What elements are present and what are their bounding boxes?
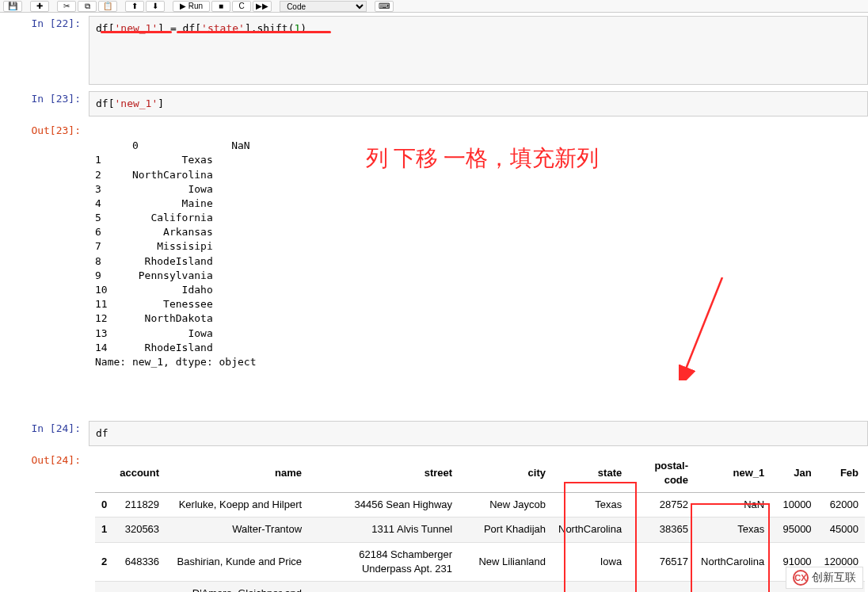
restart-button[interactable]: C: [232, 1, 251, 12]
table-cell: Bashirian, Kunde and Price: [166, 542, 308, 581]
table-cell: 76517: [628, 542, 695, 581]
output-prompt: Out[23]:: [0, 123, 89, 414]
copy-button[interactable]: ⧉: [78, 1, 97, 12]
code-cell-23[interactable]: In [23]: df['new_1']: [0, 88, 868, 120]
table-cell: 1311 Alvis Tunnel: [308, 518, 459, 542]
col-jan: Jan: [771, 454, 817, 493]
dataframe-table: account name street city state postal-co…: [95, 454, 865, 592]
table-cell: 3: [95, 582, 113, 593]
annotation-underline: [101, 31, 172, 33]
table-cell: NorthCarolina: [552, 518, 628, 542]
svg-line-1: [685, 277, 722, 371]
command-palette-button[interactable]: ⌨: [375, 1, 394, 12]
col-street: street: [308, 454, 459, 493]
interrupt-button[interactable]: ■: [211, 1, 230, 12]
notebook: In [22]: df['new_1'] = df['state'].shift…: [0, 13, 868, 592]
table-cell: Port Khadijah: [459, 518, 552, 542]
table-cell: Texas: [552, 493, 628, 518]
cell-type-select[interactable]: Code: [280, 1, 367, 12]
code-input[interactable]: df: [89, 421, 868, 446]
col-postal: postal-code: [628, 454, 695, 493]
table-cell: 28752: [628, 493, 695, 518]
table-row: 3109996D'Amore, Gleichner and Bode155 Fa…: [95, 582, 865, 593]
table-cell: 45000: [818, 518, 865, 542]
table-cell: 320563: [113, 518, 166, 542]
table-cell: 62000: [818, 493, 865, 518]
code-input[interactable]: df['new_1']: [89, 91, 868, 116]
table-cell: Iowa: [695, 582, 771, 593]
text-output: 0 NaN 1 Texas 2 NorthCarolina 3 Iowa 4 M…: [89, 123, 868, 414]
table-cell: 0: [95, 493, 113, 518]
col-state: state: [552, 454, 628, 493]
code-input[interactable]: df['new_1'] = df['state'].shift(1): [89, 16, 868, 85]
table-cell: Maine: [552, 582, 628, 593]
table-row: 1320563Walter-Trantow1311 Alvis TunnelPo…: [95, 518, 865, 542]
table-row: 0211829Kerluke, Koepp and Hilpert34456 S…: [95, 493, 865, 518]
annotation-underline: [177, 31, 331, 33]
watermark-text: 创新互联: [812, 571, 856, 585]
input-prompt: In [22]:: [0, 16, 89, 85]
dataframe-output: account name street city state postal-co…: [89, 453, 868, 592]
table-cell: NorthCarolina: [695, 542, 771, 581]
col-new1: new_1: [695, 454, 771, 493]
col-city: city: [459, 454, 552, 493]
output-cell-23: Out[23]: 0 NaN 1 Texas 2 NorthCarolina 3…: [0, 120, 868, 418]
run-button[interactable]: ▶ Run: [173, 1, 210, 12]
table-cell: 46021: [628, 582, 695, 593]
table-cell: Kerluke, Koepp and Hilpert: [166, 493, 308, 518]
table-cell: 38365: [628, 518, 695, 542]
code-cell-22[interactable]: In [22]: df['new_1'] = df['state'].shift…: [0, 13, 868, 88]
save-button[interactable]: 💾: [3, 1, 22, 12]
restart-run-all-button[interactable]: ▶▶: [253, 1, 272, 12]
toolbar: 💾 ✚ ✂ ⧉ 📋 ⬆ ⬇ ▶ Run ■ C ▶▶ Code ⌨: [0, 0, 868, 13]
table-row: 2648336Bashirian, Kunde and Price62184 S…: [95, 542, 865, 581]
table-cell: 34456 Sean Highway: [308, 493, 459, 518]
table-cell: 109996: [113, 582, 166, 593]
table-cell: 62184 Schamberger Underpass Apt. 231: [308, 542, 459, 581]
cut-button[interactable]: ✂: [57, 1, 76, 12]
watermark: CX 创新互联: [786, 567, 863, 589]
table-cell: 211829: [113, 493, 166, 518]
col-account: account: [113, 454, 166, 493]
table-header-row: account name street city state postal-co…: [95, 454, 865, 493]
table-cell: 1: [95, 518, 113, 542]
input-prompt: In [24]:: [0, 421, 89, 446]
table-cell: D'Amore, Gleichner and Bode: [166, 582, 308, 593]
col-name: name: [166, 454, 308, 493]
table-cell: Hyattburgh: [459, 582, 552, 593]
output-prompt: Out[24]:: [0, 453, 89, 592]
table-cell: 2: [95, 542, 113, 581]
annotation-text: 列 下移 一格，填充新列: [366, 143, 603, 174]
code-cell-24[interactable]: In [24]: df: [0, 418, 868, 449]
table-cell: 155 Fadel Crescent Apt. 144: [308, 582, 459, 593]
table-cell: 10000: [771, 493, 817, 518]
add-cell-button[interactable]: ✚: [30, 1, 49, 12]
col-feb: Feb: [818, 454, 865, 493]
table-cell: 648336: [113, 542, 166, 581]
input-prompt: In [23]:: [0, 91, 89, 116]
table-cell: Iowa: [552, 542, 628, 581]
table-cell: New Jaycob: [459, 493, 552, 518]
table-cell: Walter-Trantow: [166, 518, 308, 542]
table-cell: New Lilianland: [459, 542, 552, 581]
watermark-icon: CX: [793, 570, 809, 586]
col-index: [95, 454, 113, 493]
table-cell: NaN: [695, 493, 771, 518]
annotation-arrow-icon: [679, 277, 726, 380]
table-cell: Texas: [695, 518, 771, 542]
output-cell-24: Out[24]: account name street city state …: [0, 449, 868, 592]
paste-button[interactable]: 📋: [98, 1, 117, 12]
move-down-button[interactable]: ⬇: [146, 1, 165, 12]
move-up-button[interactable]: ⬆: [125, 1, 144, 12]
table-cell: 95000: [771, 518, 817, 542]
